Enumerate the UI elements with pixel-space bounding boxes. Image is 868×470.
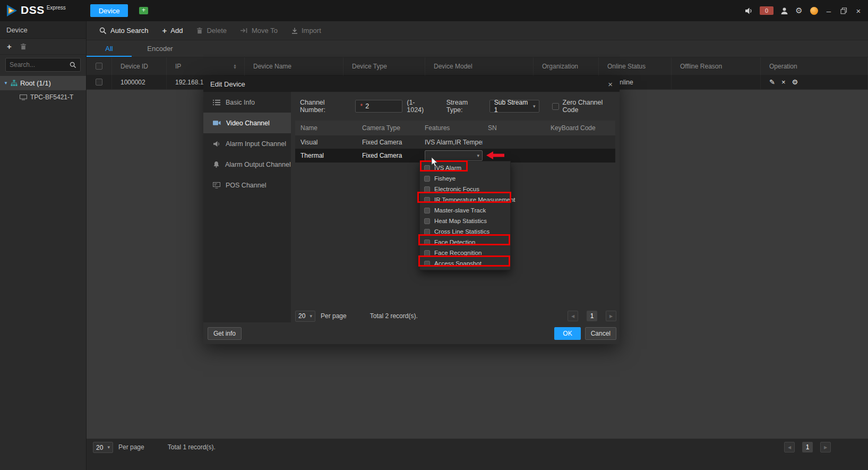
- checkbox[interactable]: [424, 197, 430, 203]
- cell-keyboard-code: [545, 135, 615, 149]
- checkbox[interactable]: [424, 250, 430, 256]
- nav-video-channel[interactable]: Video Channel: [203, 113, 291, 133]
- cell-sn: [483, 135, 545, 149]
- modal-page-size-select[interactable]: 20 ▾: [295, 311, 315, 322]
- about-icon[interactable]: [810, 6, 818, 15]
- sort-desc-icon: ▼: [233, 66, 237, 69]
- delete-device-button[interactable]: Delete: [196, 27, 227, 35]
- minimize-icon[interactable]: –: [824, 6, 833, 15]
- header-device-type: Device Type: [343, 57, 425, 75]
- channel-number-input[interactable]: * 2: [355, 100, 402, 113]
- tree-node-root[interactable]: ▼ Root (1/1): [0, 76, 86, 90]
- checkbox[interactable]: [424, 165, 430, 171]
- prev-page-button[interactable]: ◀: [784, 442, 795, 452]
- header-device-model: Device Model: [425, 57, 534, 75]
- row-checkbox[interactable]: [96, 79, 102, 86]
- zero-channel-code-checkbox[interactable]: [552, 103, 559, 110]
- stream-type-select[interactable]: Sub Stream 1 ▾: [489, 100, 539, 113]
- cancel-button[interactable]: Cancel: [585, 327, 616, 340]
- add-tab-button[interactable]: +: [139, 7, 148, 14]
- dss-logo-icon: [5, 4, 19, 18]
- search-input[interactable]: [10, 61, 70, 69]
- feature-option-access-snapshot[interactable]: Access Snapshot: [420, 258, 510, 269]
- feature-option-face-recognition[interactable]: Face Recognition: [420, 247, 510, 258]
- move-to-button[interactable]: Move To: [240, 27, 278, 35]
- restore-window-icon[interactable]: [839, 6, 848, 15]
- select-all-checkbox[interactable]: [96, 63, 102, 70]
- stream-type-label: Stream Type:: [446, 99, 485, 114]
- ok-button[interactable]: OK: [554, 327, 580, 340]
- user-icon[interactable]: [780, 6, 788, 15]
- checkbox[interactable]: [424, 218, 430, 224]
- speaker-icon[interactable]: [745, 6, 753, 15]
- modal-next-page-button[interactable]: ▶: [606, 311, 616, 321]
- modal-current-page[interactable]: 1: [587, 311, 597, 321]
- zero-channel-code-label: Zero Channel Code: [563, 99, 620, 114]
- feature-option-face-detection[interactable]: Face Detection: [420, 237, 510, 247]
- header-ip: IP ▲ ▼: [167, 57, 245, 75]
- feature-option-label: IVS Alarm: [434, 165, 461, 171]
- sidebar-search: [5, 58, 81, 72]
- cell-camera-type: Fixed Camera: [357, 135, 419, 149]
- brand-text: DSS: [21, 3, 45, 17]
- checkbox[interactable]: [424, 186, 430, 192]
- bell-icon: [213, 161, 220, 168]
- feature-option-master-slave-track[interactable]: Master-slave Track: [420, 205, 510, 216]
- modal-prev-page-button[interactable]: ◀: [568, 311, 578, 321]
- checkbox[interactable]: [424, 240, 430, 245]
- edit-device-icon[interactable]: ✎: [769, 78, 775, 86]
- device-config-gear-icon[interactable]: ⚙: [792, 78, 798, 86]
- search-icon: [99, 27, 107, 35]
- device-sidebar: Device + ▼ Root (1/1) TPC-BF5421-T: [0, 21, 87, 470]
- channel-row-visual[interactable]: Visual Fixed Camera IVS Alarm,IR Tempera…: [295, 135, 615, 149]
- feature-option-fisheye[interactable]: Fisheye: [420, 173, 510, 184]
- close-window-icon[interactable]: ×: [854, 6, 863, 15]
- checkbox[interactable]: [424, 229, 430, 235]
- tree-node-device[interactable]: TPC-BF5421-T: [0, 90, 86, 104]
- modal-total-records-label: Total 2 record(s).: [370, 311, 418, 322]
- tab-all[interactable]: All: [87, 40, 132, 57]
- feature-option-ir-temperature-measurement[interactable]: IR Temperature Measurement: [420, 194, 510, 205]
- tab-encoder[interactable]: Encoder: [132, 40, 188, 57]
- current-page[interactable]: 1: [802, 442, 813, 452]
- sidebar-toolbar: +: [0, 39, 86, 55]
- channel-number-value: 2: [365, 102, 369, 110]
- get-info-button[interactable]: Get info: [208, 327, 242, 340]
- features-select[interactable]: ▾: [425, 150, 483, 161]
- nav-basic-info[interactable]: Basic Info: [203, 92, 291, 113]
- add-device-button[interactable]: + Add: [162, 27, 183, 35]
- feature-option-cross-line-statistics[interactable]: Cross Line Statistics: [420, 226, 510, 237]
- search-icon[interactable]: [70, 62, 76, 69]
- alarm-count-badge[interactable]: 0: [760, 6, 774, 15]
- checkbox[interactable]: [424, 176, 430, 182]
- device-toolbar: Auto Search + Add Delete Move To Import: [87, 21, 868, 40]
- sidebar-title: Device: [0, 21, 86, 39]
- nav-alarm-input-channel[interactable]: Alarm Input Channel: [203, 133, 291, 154]
- import-button[interactable]: Import: [291, 27, 321, 35]
- feature-option-heat-map-statistics[interactable]: Heat Map Statistics: [420, 216, 510, 226]
- sort-icon[interactable]: ▲ ▼: [233, 64, 237, 69]
- next-page-button[interactable]: ▶: [820, 442, 831, 452]
- delete-device-icon[interactable]: ×: [781, 78, 786, 86]
- header-camera-type: Camera Type: [357, 121, 419, 135]
- device-view-tabs: All Encoder: [87, 40, 868, 57]
- modal-nav: Basic Info Video Channel Alarm Input Cha…: [203, 92, 291, 322]
- delete-organization-icon[interactable]: [20, 43, 27, 50]
- nav-alarm-output-channel[interactable]: Alarm Output Channel: [203, 154, 291, 175]
- checkbox[interactable]: [424, 261, 430, 267]
- page-size-select[interactable]: 20 ▾: [93, 442, 113, 453]
- header-offline-reason: Offline Reason: [672, 57, 761, 75]
- modal-title: Edit Device: [210, 80, 245, 88]
- tab-device[interactable]: Device: [90, 4, 128, 17]
- expand-caret-icon[interactable]: ▼: [4, 81, 8, 86]
- auto-search-button[interactable]: Auto Search: [99, 27, 149, 35]
- settings-gear-icon[interactable]: ⚙: [795, 6, 803, 15]
- nav-pos-channel[interactable]: POS Channel: [203, 175, 291, 195]
- feature-option-electronic-focus[interactable]: Electronic Focus: [420, 184, 510, 194]
- modal-close-icon[interactable]: ×: [608, 80, 613, 89]
- checkbox[interactable]: [424, 208, 430, 213]
- add-organization-icon[interactable]: +: [7, 42, 12, 50]
- feature-option-ivs-alarm[interactable]: IVS Alarm: [420, 163, 510, 173]
- feature-option-label: Face Detection: [434, 239, 475, 245]
- header-keyboard-code: KeyBoard Code: [545, 121, 615, 135]
